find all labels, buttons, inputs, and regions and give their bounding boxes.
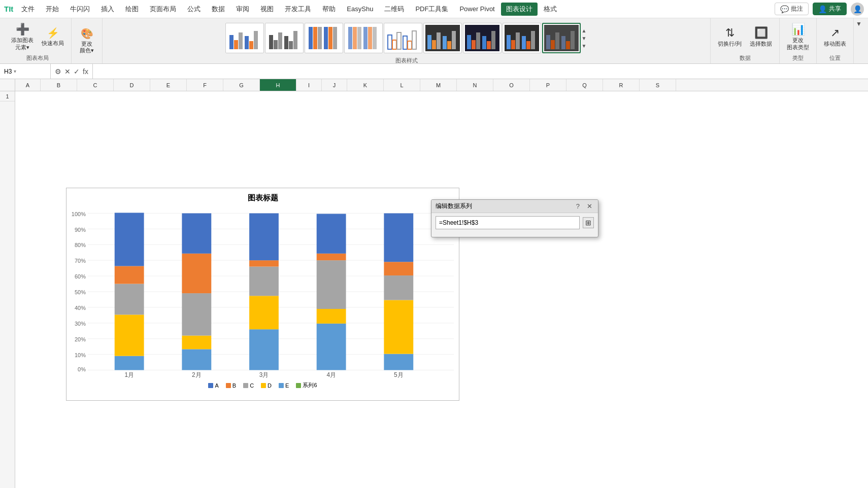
col-header-M[interactable]: M xyxy=(420,79,457,91)
chart-style-3[interactable] xyxy=(305,23,343,53)
col-header-H[interactable]: H xyxy=(260,79,296,91)
menu-view[interactable]: 视图 xyxy=(255,3,279,16)
ribbon-group-type: 📊 更改图表类型 类型 xyxy=(780,18,817,63)
legend-dot-C xyxy=(243,383,248,388)
menu-powerpivot[interactable]: Power Pivot xyxy=(454,3,499,15)
svg-rect-103 xyxy=(384,262,413,275)
quick-layout-button[interactable]: ⚡ 快速布局 xyxy=(39,25,67,49)
col-header-L[interactable]: L xyxy=(384,79,420,91)
dialog-help-button[interactable]: ? xyxy=(575,202,581,210)
col-header-I[interactable]: I xyxy=(296,79,322,91)
styles-scroll-expand[interactable]: ▼ xyxy=(581,42,588,50)
ribbon-expand[interactable]: ▼ xyxy=(854,18,864,63)
chart-style-7[interactable] xyxy=(463,23,502,53)
expand-icon[interactable]: ▼ xyxy=(856,20,862,27)
col-header-G[interactable]: G xyxy=(223,79,260,91)
menu-help[interactable]: 帮助 xyxy=(317,3,341,16)
menu-pdf[interactable]: PDF工具集 xyxy=(410,3,453,16)
svg-rect-27 xyxy=(403,36,407,49)
menu-insert[interactable]: 插入 xyxy=(96,3,119,16)
styles-scroll-down[interactable]: ▼ xyxy=(581,34,588,42)
formula-icons: ⚙ ✕ ✓ fx xyxy=(51,64,93,79)
ribbon-group-layout: ➕ 添加图表元素▾ ⚡ 快速布局 图表布局 xyxy=(4,18,72,63)
chart-container[interactable]: 图表标题 100% 90% 80% 70% 60% 50% 40% 30% 20… xyxy=(66,188,459,401)
insert-function-icon[interactable]: fx xyxy=(83,67,88,76)
svg-rect-49 xyxy=(551,40,555,49)
svg-rect-102 xyxy=(384,275,413,300)
legend-dot-A xyxy=(208,383,213,388)
corner-cell[interactable] xyxy=(0,79,15,91)
share-button[interactable]: 👤 共享 xyxy=(813,3,847,15)
menu-start[interactable]: 开始 xyxy=(41,3,64,16)
user-avatar[interactable]: 👤 xyxy=(851,3,864,16)
series-collapse-button[interactable]: ⊞ xyxy=(583,217,594,228)
svg-text:10%: 10% xyxy=(75,352,86,358)
change-color-button[interactable]: 🎨 更改颜色▾ xyxy=(76,25,98,56)
row-header-1[interactable]: 1 xyxy=(0,91,15,101)
formula-options-icon[interactable]: ⚙ xyxy=(55,67,61,76)
svg-text:2月: 2月 xyxy=(192,371,201,378)
menu-chart-design[interactable]: 图表设计 xyxy=(501,3,538,16)
chart-style-9[interactable] xyxy=(542,23,581,53)
col-header-Q[interactable]: Q xyxy=(566,79,603,91)
col-header-A[interactable]: A xyxy=(15,79,41,91)
comment-button[interactable]: 💬 批注 xyxy=(775,3,809,15)
col-header-B[interactable]: B xyxy=(41,79,77,91)
menu-data[interactable]: 数据 xyxy=(207,3,230,16)
svg-rect-83 xyxy=(182,336,211,350)
switch-row-col-button[interactable]: ⇅ 切换行/列 xyxy=(715,24,745,49)
svg-rect-38 xyxy=(476,32,480,49)
menu-qrcode[interactable]: 二维码 xyxy=(379,3,409,16)
col-header-E[interactable]: E xyxy=(150,79,187,91)
chart-style-2[interactable] xyxy=(265,23,304,53)
ribbon-items-layout: ➕ 添加图表元素▾ ⚡ 快速布局 xyxy=(8,20,67,53)
col-header-O[interactable]: O xyxy=(493,79,530,91)
col-header-C[interactable]: C xyxy=(77,79,114,91)
svg-rect-101 xyxy=(384,300,413,354)
series-formula-input[interactable] xyxy=(436,216,580,229)
dialog-close-button[interactable]: ✕ xyxy=(585,202,594,210)
cell-reference[interactable]: H3 ▾ xyxy=(0,64,51,79)
svg-rect-42 xyxy=(507,35,511,49)
confirm-formula-icon[interactable]: ✓ xyxy=(74,67,80,76)
chart-style-1[interactable] xyxy=(225,23,264,53)
cancel-formula-icon[interactable]: ✕ xyxy=(64,67,71,76)
col-header-S[interactable]: S xyxy=(640,79,676,91)
change-chart-type-button[interactable]: 📊 更改图表类型 xyxy=(784,21,812,52)
menu-layout[interactable]: 页面布局 xyxy=(145,3,181,16)
col-header-D[interactable]: D xyxy=(114,79,150,91)
menu-flash[interactable]: 牛闪闪 xyxy=(65,3,95,16)
add-chart-element-button[interactable]: ➕ 添加图表元素▾ xyxy=(8,21,37,52)
menu-draw[interactable]: 绘图 xyxy=(120,3,144,16)
formula-input[interactable] xyxy=(93,64,868,79)
edit-series-dialog: 编辑数据系列 ? ✕ ⊞ xyxy=(431,199,598,237)
svg-rect-46 xyxy=(526,41,530,49)
col-header-R[interactable]: R xyxy=(603,79,640,91)
cell-ref-dropdown[interactable]: ▾ xyxy=(14,68,16,74)
svg-rect-3 xyxy=(245,36,249,49)
col-header-N[interactable]: N xyxy=(457,79,493,91)
menu-formula[interactable]: 公式 xyxy=(182,3,206,16)
menu-file[interactable]: 文件 xyxy=(16,3,40,16)
chart-style-4[interactable] xyxy=(344,23,383,53)
col-header-P[interactable]: P xyxy=(530,79,566,91)
menu-format[interactable]: 格式 xyxy=(539,3,562,16)
move-chart-button[interactable]: ↗ 移动图表 xyxy=(821,24,849,49)
svg-rect-45 xyxy=(522,36,526,49)
menu-review[interactable]: 审阅 xyxy=(231,3,254,16)
svg-rect-25 xyxy=(392,40,396,49)
bars-may: 5月 xyxy=(384,213,413,378)
select-data-button[interactable]: 🔲 选择数据 xyxy=(747,24,775,49)
col-header-K[interactable]: K xyxy=(347,79,384,91)
svg-text:80%: 80% xyxy=(75,242,86,248)
svg-rect-88 xyxy=(249,329,279,370)
menu-easyshu[interactable]: EasyShu xyxy=(342,3,378,15)
chart-style-6[interactable] xyxy=(423,23,462,53)
chart-style-5[interactable] xyxy=(384,23,422,53)
chart-style-8[interactable] xyxy=(503,23,541,53)
styles-scroll-up[interactable]: ▲ xyxy=(581,27,588,34)
svg-rect-6 xyxy=(269,35,273,49)
col-header-F[interactable]: F xyxy=(187,79,223,91)
col-header-J[interactable]: J xyxy=(322,79,347,91)
menu-dev[interactable]: 开发工具 xyxy=(280,3,316,16)
